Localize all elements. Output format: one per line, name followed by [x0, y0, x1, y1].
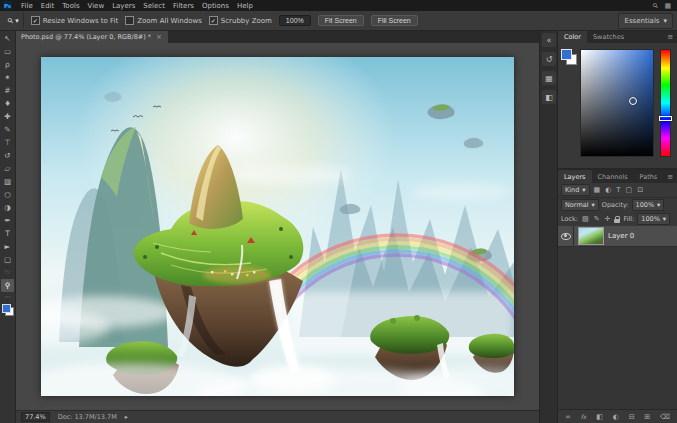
blend-mode-dropdown[interactable]: Normal ▾: [561, 199, 599, 211]
foreground-color-swatch[interactable]: [561, 49, 572, 60]
layer-thumbnail[interactable]: [578, 227, 604, 245]
pen-tool[interactable]: ✒: [1, 214, 14, 227]
lasso-tool[interactable]: ρ: [1, 58, 14, 71]
panel-menu-icon[interactable]: ≡: [663, 170, 677, 183]
zoom-tool[interactable]: ⚲: [1, 279, 14, 292]
tab-channels[interactable]: Channels: [592, 170, 634, 183]
path-selection-tool[interactable]: ►: [1, 240, 14, 253]
checkbox-scrubby-zoom[interactable]: ✓ Scrubby Zoom: [209, 16, 272, 25]
clone-stamp-tool[interactable]: ⊤: [1, 136, 14, 149]
checkbox-zoom-all-windows[interactable]: Zoom All Windows: [125, 16, 202, 25]
saturation-brightness-picker[interactable]: [580, 49, 654, 157]
type-tool[interactable]: T: [1, 227, 14, 240]
gradient-tool[interactable]: ▨: [1, 175, 14, 188]
crop-tool[interactable]: #: [1, 84, 14, 97]
layer-mask-icon[interactable]: ◧: [596, 413, 603, 421]
tab-swatches[interactable]: Swatches: [587, 30, 630, 43]
menu-item-filters[interactable]: Filters: [169, 2, 198, 10]
new-layer-icon[interactable]: ⊞: [644, 413, 650, 421]
menu-item-view[interactable]: View: [84, 2, 109, 10]
close-icon[interactable]: ×: [156, 33, 162, 41]
fit-screen-button[interactable]: Fit Screen: [318, 15, 364, 26]
color-panel-tabs: Color Swatches ≡: [558, 30, 677, 43]
panel-menu-icon[interactable]: ≡: [663, 30, 677, 43]
filter-smart-objects-icon[interactable]: ⊡: [636, 186, 644, 194]
quick-selection-tool[interactable]: ✶: [1, 71, 14, 84]
menu-item-select[interactable]: Select: [139, 2, 169, 10]
menu-item-options[interactable]: Options: [198, 2, 233, 10]
workspace-dropdown[interactable]: Essentials ▾: [618, 13, 673, 29]
healing-brush-tool[interactable]: ✚: [1, 110, 14, 123]
kind-filter-dropdown[interactable]: Kind ▾: [561, 184, 590, 196]
layer-row[interactable]: Layer 0: [558, 226, 677, 247]
adjustment-layer-icon[interactable]: ◐: [613, 413, 619, 421]
eyedropper-tool[interactable]: ♦: [1, 97, 14, 110]
foreground-background-widget[interactable]: [561, 49, 577, 65]
filter-shape-layers-icon[interactable]: ▢: [625, 186, 634, 194]
shape-tool[interactable]: ▢: [1, 253, 14, 266]
active-tool-chip[interactable]: ⚲ ▾: [4, 13, 24, 28]
toolbar-more-icon[interactable]: ⋯: [4, 293, 11, 301]
lock-all-icon[interactable]: [614, 219, 620, 223]
fill-screen-button[interactable]: Fill Screen: [371, 15, 418, 26]
document-info: Doc: 13.7M/13.7M: [58, 413, 117, 421]
filter-adjustment-layers-icon[interactable]: ◐: [604, 186, 612, 194]
zoom-100-button[interactable]: 100%: [279, 15, 311, 26]
layers-panel: Layers Channels Paths ≡ Kind ▾ ▦ ◐ T ▢ ⊡: [558, 170, 677, 423]
opacity-dropdown[interactable]: 100% ▾: [632, 199, 665, 211]
layout-grid-icon[interactable]: ▦: [661, 2, 674, 10]
menu-item-layers[interactable]: Layers: [108, 2, 139, 10]
layer-group-icon[interactable]: ⊟: [629, 413, 635, 421]
libraries-panel-icon[interactable]: ◧: [542, 90, 556, 104]
color-panel-body: [558, 43, 677, 168]
color-swatches[interactable]: [2, 304, 14, 316]
hue-slider[interactable]: [660, 49, 671, 157]
canvas[interactable]: [41, 57, 514, 396]
link-layers-icon[interactable]: ∞: [565, 413, 571, 421]
tab-paths[interactable]: Paths: [634, 170, 664, 183]
delete-layer-icon[interactable]: ⌫: [660, 413, 670, 421]
tab-color[interactable]: Color: [558, 30, 587, 43]
hue-slider-marker[interactable]: [659, 116, 672, 121]
history-brush-tool[interactable]: ↺: [1, 149, 14, 162]
collapse-panels-icon[interactable]: «: [542, 33, 556, 47]
menu-item-tools[interactable]: Tools: [58, 2, 83, 10]
checkbox-box[interactable]: [125, 16, 134, 25]
checkbox-resize-windows[interactable]: ✓ Resize Windows to Fit: [31, 16, 119, 25]
status-bar: 77.4% Doc: 13.7M/13.7M ▸: [15, 410, 540, 423]
menu-item-edit[interactable]: Edit: [37, 2, 59, 10]
marquee-tool[interactable]: ▭: [1, 45, 14, 58]
menu-item-help[interactable]: Help: [233, 2, 257, 10]
brush-tool[interactable]: ✎: [1, 123, 14, 136]
pasteboard[interactable]: [15, 43, 540, 411]
layer-visibility-toggle[interactable]: [558, 226, 574, 246]
filter-type-layers-icon[interactable]: T: [615, 186, 621, 194]
filter-pixel-layers-icon[interactable]: ▦: [593, 186, 602, 194]
options-bar: ⚲ ▾ ✓ Resize Windows to Fit Zoom All Win…: [0, 11, 677, 31]
checkbox-box[interactable]: ✓: [209, 16, 218, 25]
checkbox-box[interactable]: ✓: [31, 16, 40, 25]
zoom-level-field[interactable]: 77.4%: [21, 412, 50, 422]
history-panel-icon[interactable]: ↺: [542, 52, 556, 66]
dodge-tool[interactable]: ◑: [1, 201, 14, 214]
fill-dropdown[interactable]: 100% ▾: [637, 213, 670, 225]
layer-effects-icon[interactable]: fx: [581, 413, 587, 420]
tab-layers[interactable]: Layers: [558, 170, 592, 183]
status-chevron-icon[interactable]: ▸: [125, 413, 128, 421]
opacity-label: Opacity:: [602, 201, 629, 209]
move-tool[interactable]: ↖: [1, 32, 14, 45]
document-tab[interactable]: Photo.psd @ 77.4% (Layer 0, RGB/8#) * ×: [15, 30, 168, 43]
hand-tool[interactable]: ☞: [1, 266, 14, 279]
blur-tool[interactable]: ○: [1, 188, 14, 201]
foreground-color-swatch[interactable]: [2, 304, 11, 313]
menu-item-file[interactable]: File: [17, 2, 37, 10]
eraser-tool[interactable]: ▱: [1, 162, 14, 175]
photoshop-window: Ps File Edit Tools View Layers Select Fi…: [0, 0, 677, 423]
eye-icon: [561, 233, 571, 240]
color-picker-cursor[interactable]: [629, 97, 637, 105]
lock-transparency-icon[interactable]: ▨: [581, 215, 590, 223]
lock-pixels-icon[interactable]: ✎: [593, 215, 601, 223]
chevron-down-icon: ▾: [663, 17, 667, 25]
properties-panel-icon[interactable]: ▦: [542, 71, 556, 85]
lock-position-icon[interactable]: ✛: [604, 215, 612, 223]
